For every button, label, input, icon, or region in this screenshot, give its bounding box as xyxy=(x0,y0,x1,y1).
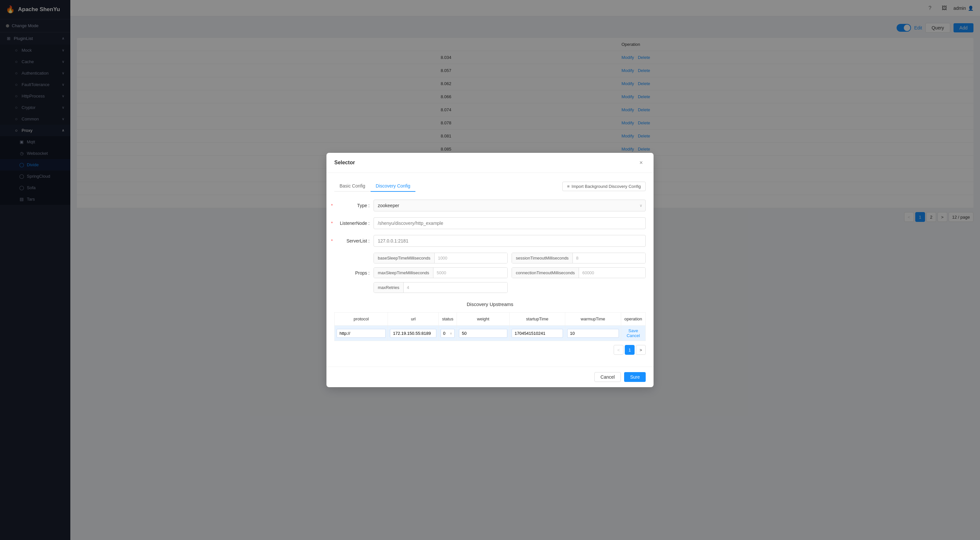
warmuptime-input[interactable] xyxy=(567,329,619,338)
modal-overlay: Selector × Basic Config Discovery Config… xyxy=(0,0,980,540)
server-list-input[interactable] xyxy=(374,235,646,247)
import-background-config-button[interactable]: ≡ Import Background Discovery Config xyxy=(562,182,646,191)
listener-node-input[interactable] xyxy=(374,217,646,229)
tab-basic-config[interactable]: Basic Config xyxy=(334,181,371,192)
upstream-col-weight: weight xyxy=(457,312,510,326)
upstream-page-1-btn[interactable]: 1 xyxy=(625,345,635,355)
cancel-button[interactable]: Cancel xyxy=(594,372,621,382)
upstream-col-warmuptime: warmupTime xyxy=(565,312,621,326)
prop-name: baseSleepTimeMilliseconds xyxy=(374,253,435,263)
startuptime-input[interactable] xyxy=(512,329,563,338)
protocol-input[interactable] xyxy=(337,329,386,338)
cancel-row-link[interactable]: Cancel xyxy=(627,333,640,338)
type-select[interactable]: zookeeper xyxy=(374,200,646,212)
operation-cell: Save Cancel xyxy=(621,326,645,341)
type-label: Type : xyxy=(334,203,374,208)
prop-item: sessionTimeoutMilliseconds 8 xyxy=(512,253,646,263)
url-input[interactable] xyxy=(390,329,436,338)
props-grid: baseSleepTimeMilliseconds 1000 sessionTi… xyxy=(374,253,646,293)
upstream-col-url: url xyxy=(388,312,439,326)
prop-value: 5000 xyxy=(433,268,508,278)
modal-body: Basic Config Discovery Config ≡ Import B… xyxy=(326,173,654,366)
prop-name: connectionTimeoutMilliseconds xyxy=(512,268,579,278)
upstream-table: protocol url status weight startupTime w… xyxy=(334,312,646,341)
prop-name: sessionTimeoutMilliseconds xyxy=(512,253,573,263)
sure-button[interactable]: Sure xyxy=(624,372,646,382)
type-select-wrapper: zookeeper ∨ xyxy=(374,200,646,212)
prop-item: maxRetries 4 xyxy=(374,282,508,293)
prop-name: maxRetries xyxy=(374,282,404,293)
upstream-prev-btn[interactable]: < xyxy=(614,345,624,355)
upstream-col-startuptime: startupTime xyxy=(510,312,565,326)
upstream-pagination: < 1 > xyxy=(334,341,646,359)
weight-input[interactable] xyxy=(459,329,508,338)
prop-item: maxSleepTimeMilliseconds 5000 xyxy=(374,268,508,278)
selector-modal: Selector × Basic Config Discovery Config… xyxy=(326,153,654,387)
prop-item: baseSleepTimeMilliseconds 1000 xyxy=(374,253,508,263)
protocol-cell xyxy=(335,326,388,341)
props-label: Props : xyxy=(334,270,374,276)
prop-value: 4 xyxy=(404,282,508,293)
weight-cell xyxy=(457,326,510,341)
status-select[interactable]: 0 1 xyxy=(441,329,455,338)
import-icon: ≡ xyxy=(567,184,570,189)
modal-footer: Cancel Sure xyxy=(326,366,654,387)
table-row: 0 1 ∨ xyxy=(335,326,646,341)
discovery-upstreams-title: Discovery Upstreams xyxy=(334,299,646,307)
type-field-row: Type : zookeeper ∨ xyxy=(334,200,646,212)
prop-value: 60000 xyxy=(579,268,645,278)
warmuptime-cell xyxy=(565,326,621,341)
modal-header: Selector × xyxy=(326,153,654,173)
discovery-upstreams-section: Discovery Upstreams protocol url status … xyxy=(334,299,646,359)
modal-title: Selector xyxy=(334,160,355,166)
server-list-label: ServerList : xyxy=(334,238,374,244)
prop-item: connectionTimeoutMilliseconds 60000 xyxy=(512,268,646,278)
save-link[interactable]: Save xyxy=(628,328,638,333)
modal-tabs: Basic Config Discovery Config xyxy=(334,181,415,192)
listener-node-label: ListenerNode : xyxy=(334,221,374,226)
modal-close-button[interactable]: × xyxy=(636,158,646,167)
listener-node-field-row: ListenerNode : xyxy=(334,217,646,229)
modal-tabs-row: Basic Config Discovery Config ≡ Import B… xyxy=(334,181,646,192)
import-btn-label: Import Background Discovery Config xyxy=(571,184,641,189)
tab-discovery-config[interactable]: Discovery Config xyxy=(371,181,416,192)
url-cell xyxy=(388,326,439,341)
upstream-next-btn[interactable]: > xyxy=(636,345,646,355)
startuptime-cell xyxy=(510,326,565,341)
upstream-col-protocol: protocol xyxy=(335,312,388,326)
server-list-field-row: ServerList : xyxy=(334,235,646,247)
upstream-col-status: status xyxy=(439,312,457,326)
props-row: Props : baseSleepTimeMilliseconds 1000 s… xyxy=(334,253,646,293)
prop-value: 8 xyxy=(573,253,645,263)
status-cell: 0 1 ∨ xyxy=(439,326,457,341)
upstream-col-operation: operation xyxy=(621,312,645,326)
prop-name: maxSleepTimeMilliseconds xyxy=(374,268,433,278)
prop-value: 1000 xyxy=(435,253,508,263)
